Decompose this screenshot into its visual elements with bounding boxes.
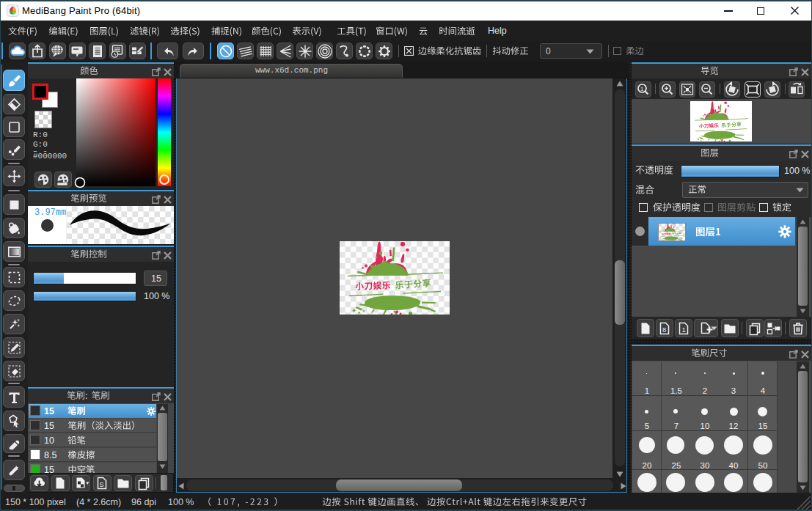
svg-text:8: 8 bbox=[662, 325, 666, 333]
svg-text:1: 1 bbox=[682, 325, 686, 333]
svg-text:1: 1 bbox=[640, 86, 644, 92]
svg-text:S: S bbox=[100, 481, 104, 488]
